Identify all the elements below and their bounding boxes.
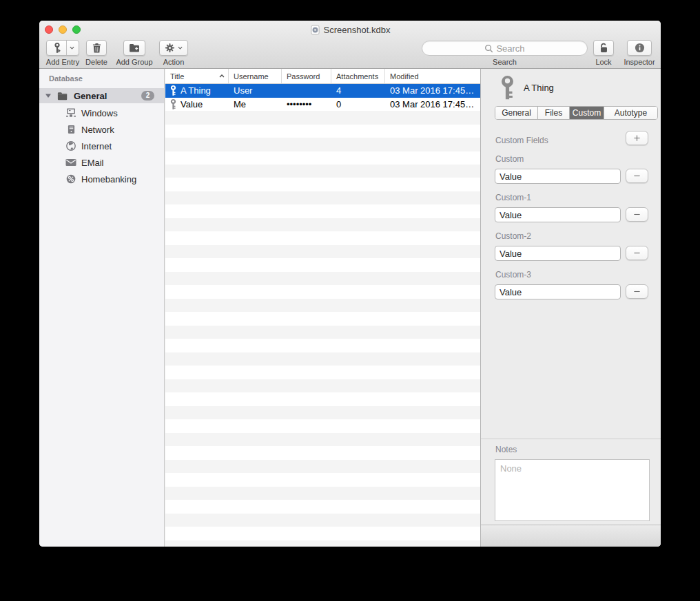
cell-password: •••••••• xyxy=(282,99,331,109)
delete-button[interactable] xyxy=(86,40,107,56)
remove-custom-field-button[interactable] xyxy=(626,207,648,222)
lock-button[interactable] xyxy=(593,40,614,56)
entry-table: Title Username Password Attachments Modi… xyxy=(165,69,480,547)
delete-item: Delete xyxy=(82,39,111,66)
sidebar-group-children: Windows Network Internet xyxy=(39,105,164,187)
search-item: Search Search xyxy=(422,39,588,66)
inspector-label: Inspector xyxy=(619,58,660,66)
toolbar: Add Entry Delete xyxy=(39,39,661,69)
cell-username: Me xyxy=(229,99,282,109)
entry-key-icon xyxy=(500,76,515,100)
chevron-down-icon xyxy=(178,46,183,50)
custom-field-group: Custom-1 xyxy=(481,189,661,223)
inspector-tabs: General Files Custom Autotype xyxy=(495,106,658,120)
server-icon xyxy=(65,125,76,134)
sidebar: Database General 2 Windows xyxy=(39,69,165,547)
custom-field-input[interactable] xyxy=(495,246,621,261)
add-group-item: Add Group xyxy=(114,39,154,66)
document-icon xyxy=(310,25,320,35)
sidebar-item-label: Homebanking xyxy=(81,174,136,184)
add-group-label: Add Group xyxy=(114,58,154,66)
lock-label: Lock xyxy=(590,58,617,66)
add-custom-field-button[interactable] xyxy=(626,131,648,145)
column-header-attachments[interactable]: Attachments xyxy=(331,69,385,83)
action-item: Action xyxy=(157,39,190,66)
cell-modified: 03 Mar 2016 17:45… xyxy=(385,85,480,96)
table-row[interactable]: A Thing User 4 03 Mar 2016 17:45… xyxy=(165,84,480,98)
search-icon xyxy=(484,44,493,53)
key-icon xyxy=(170,85,176,96)
folder-plus-icon xyxy=(129,43,141,52)
tab-custom[interactable]: Custom xyxy=(570,107,604,119)
entry-count-badge: 2 xyxy=(141,91,154,101)
inspector-item: Inspector xyxy=(619,39,660,66)
remove-custom-field-button[interactable] xyxy=(626,169,648,183)
sidebar-item-windows[interactable]: Windows xyxy=(39,105,164,121)
sidebar-item-network[interactable]: Network xyxy=(39,121,164,138)
remove-custom-field-button[interactable] xyxy=(626,246,648,260)
sidebar-item-label: EMail xyxy=(81,158,104,168)
sidebar-item-email[interactable]: EMail xyxy=(39,154,164,171)
disclosure-triangle-icon[interactable] xyxy=(45,93,51,98)
table-row[interactable]: Value Me •••••••• 0 03 Mar 2016 17:45… xyxy=(165,98,480,112)
add-entry-label: Add Entry xyxy=(43,58,82,66)
entry-title: A Thing xyxy=(524,83,554,93)
column-header-modified[interactable]: Modified xyxy=(385,69,480,83)
add-group-button[interactable] xyxy=(123,40,145,56)
sidebar-item-internet[interactable]: Internet xyxy=(39,138,164,154)
globe-icon xyxy=(65,141,76,151)
sidebar-group-general[interactable]: General 2 xyxy=(39,88,164,103)
search-placeholder: Search xyxy=(496,43,524,54)
minus-icon xyxy=(633,288,641,295)
remove-custom-field-button[interactable] xyxy=(626,284,648,299)
notes-textarea[interactable] xyxy=(495,459,650,521)
empty-rows-area xyxy=(165,111,480,547)
custom-field-group: Custom xyxy=(481,150,661,184)
cell-title: A Thing xyxy=(181,85,211,96)
minus-icon xyxy=(633,249,641,257)
window-title: Screenshot.kdbx xyxy=(324,25,391,35)
trash-icon xyxy=(92,43,101,53)
custom-field-label: Custom-1 xyxy=(495,193,531,202)
cell-modified: 03 Mar 2016 17:45… xyxy=(385,99,480,109)
search-label: Search xyxy=(422,58,588,66)
add-entry-dropdown[interactable] xyxy=(67,46,77,50)
sidebar-item-label: Windows xyxy=(81,108,118,118)
window-title-area: Screenshot.kdbx xyxy=(39,21,661,39)
custom-field-input[interactable] xyxy=(495,207,621,222)
sidebar-item-homebanking[interactable]: Homebanking xyxy=(39,171,164,187)
column-header-username[interactable]: Username xyxy=(229,69,282,83)
table-header: Title Username Password Attachments Modi… xyxy=(165,69,480,84)
add-entry-button[interactable] xyxy=(46,40,79,56)
column-header-title[interactable]: Title xyxy=(165,69,229,83)
plus-icon xyxy=(633,134,641,142)
custom-field-label: Custom-2 xyxy=(495,231,531,241)
cell-attachments: 0 xyxy=(331,99,385,109)
notes-label: Notes xyxy=(495,445,517,454)
windows-icon xyxy=(65,108,76,118)
tab-autotype[interactable]: Autotype xyxy=(604,107,657,119)
custom-field-label: Custom xyxy=(495,154,524,164)
custom-field-input[interactable] xyxy=(495,284,621,299)
sidebar-section-header: Database xyxy=(49,74,83,83)
custom-field-group: Custom-2 xyxy=(481,227,661,262)
custom-field-input[interactable] xyxy=(495,169,621,184)
info-icon xyxy=(635,43,645,53)
minus-icon xyxy=(633,211,641,218)
cell-title: Value xyxy=(181,99,203,109)
inspector-bottom-bar xyxy=(481,525,661,547)
inspector-button[interactable] xyxy=(627,40,652,56)
tab-general[interactable]: General xyxy=(495,107,538,119)
delete-label: Delete xyxy=(82,58,111,66)
search-input[interactable]: Search xyxy=(422,41,588,56)
titlebar[interactable]: Screenshot.kdbx xyxy=(39,21,661,39)
column-header-password[interactable]: Password xyxy=(282,69,331,83)
sidebar-item-label: Internet xyxy=(81,141,112,151)
inspector-panel: A Thing General Files Custom Autotype Cu… xyxy=(480,69,661,547)
cell-attachments: 4 xyxy=(331,85,385,96)
add-entry-item: Add Entry xyxy=(43,39,82,66)
notes-divider xyxy=(481,439,661,439)
action-button[interactable] xyxy=(159,40,188,56)
tab-files[interactable]: Files xyxy=(538,107,570,119)
sort-ascending-icon xyxy=(219,74,225,78)
